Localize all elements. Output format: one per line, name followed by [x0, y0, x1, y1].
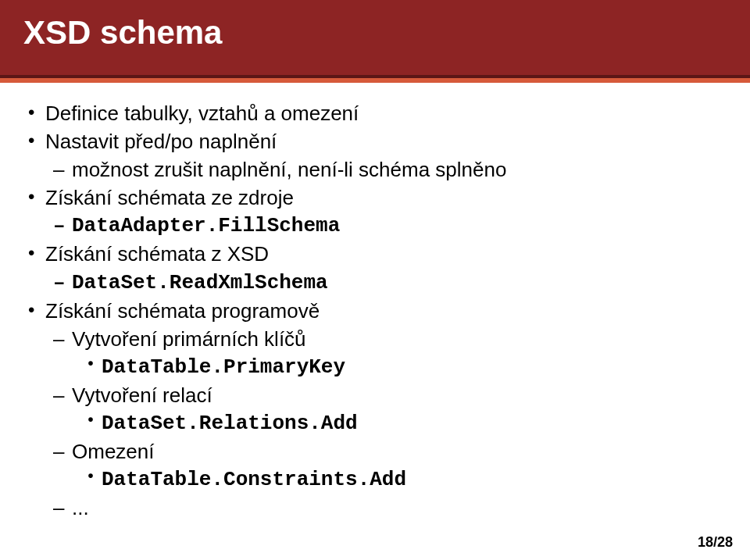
bullet-l2: Vytvoření relací [72, 382, 727, 409]
bullet-l3-code: DataTable.PrimaryKey [102, 354, 727, 381]
page-number: 18/28 [698, 534, 733, 551]
bullet-l2-code: DataSet.ReadXmlSchema [72, 269, 727, 297]
slide-title: XSD schema [23, 14, 750, 52]
bullet-l1: Definice tabulky, vztahů a omezení [45, 100, 727, 127]
bullet-l2: možnost zrušit naplnění, není-li schéma … [72, 156, 727, 184]
bullet-l1: Získání schémata programově [45, 298, 727, 325]
bullet-l1: Nastavit před/po naplnění [45, 128, 727, 155]
bullet-l3-code: DataTable.Constraints.Add [102, 466, 727, 494]
bullet-l2-code: DataAdapter.FillSchema [72, 212, 727, 240]
bullet-l2: Omezení [72, 438, 727, 465]
bullet-l2: ... [72, 494, 727, 522]
slide: { "title": "XSD schema", "bullets": { "b… [0, 0, 750, 560]
bullet-l1: Získání schémata ze zdroje [45, 184, 727, 212]
bullet-l3-code: DataSet.Relations.Add [102, 410, 727, 437]
slide-content: Definice tabulky, vztahů a omezení Nasta… [0, 83, 750, 522]
bullet-l2: Vytvoření primárních klíčů [72, 326, 727, 353]
slide-header: XSD schema [0, 0, 750, 75]
bullet-l1: Získání schémata z XSD [45, 241, 727, 268]
